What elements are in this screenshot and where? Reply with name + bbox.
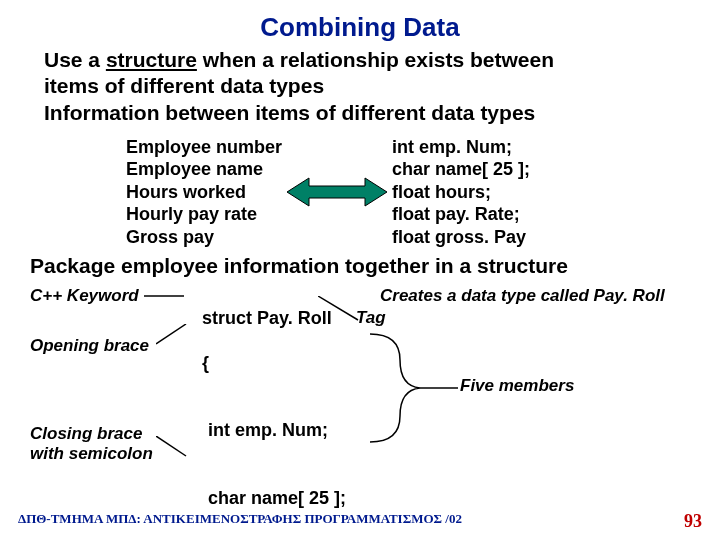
struct-diagram: struct Pay. Roll { int emp. Num; char na…: [0, 284, 720, 484]
right-r2: char name[ 25 ];: [392, 158, 530, 181]
page-number: 93: [684, 511, 702, 532]
code-column: int emp. Num; char name[ 25 ]; float hou…: [392, 136, 530, 249]
struct-open-brace: {: [202, 353, 209, 373]
svg-line-2: [318, 296, 358, 320]
right-r4: float pay. Rate;: [392, 203, 530, 226]
intro-l1c: when a relationship exists between: [197, 48, 554, 71]
left-r5: Gross pay: [126, 226, 282, 249]
line-open: [156, 324, 190, 348]
slide-title: Combining Data: [0, 0, 720, 43]
right-r1: int emp. Num;: [392, 136, 530, 159]
two-column-block: Employee number Employee name Hours work…: [0, 136, 720, 249]
footer: ΔΠΘ-ΤΜΗΜΑ ΜΠΔ: ΑΝΤΙΚΕΙΜΕΝΟΣΤΡΑΦΗΣ ΠΡΟΓΡΑ…: [18, 511, 702, 532]
left-r4: Hourly pay rate: [126, 203, 282, 226]
ann-five-members: Five members: [460, 376, 574, 396]
right-r5: float gross. Pay: [392, 226, 530, 249]
right-r3: float hours;: [392, 181, 530, 204]
ann-closing-brace-1: Closing brace: [30, 424, 142, 444]
brace-members-icon: [360, 330, 460, 450]
svg-marker-0: [287, 178, 387, 206]
intro-structure-word: structure: [106, 48, 197, 71]
left-r3: Hours worked: [126, 181, 282, 204]
intro-l1a: Use a: [44, 48, 106, 71]
package-line: Package employee information together in…: [30, 254, 690, 278]
svg-line-3: [156, 324, 186, 344]
left-r1: Employee number: [126, 136, 282, 159]
struct-m2: char name[ 25 ];: [182, 487, 348, 510]
intro-text: Use a structure when a relationship exis…: [44, 47, 676, 126]
ann-cpp-keyword: C++ Keyword: [30, 286, 139, 306]
struct-keyword-line: struct Pay. Roll: [202, 308, 332, 328]
intro-l3: Information between items of different d…: [44, 100, 676, 126]
ann-creates-type: Creates a data type called Pay. Roll: [380, 286, 665, 306]
double-arrow-icon: [282, 136, 392, 249]
ann-closing-brace-2: with semicolon: [30, 444, 153, 464]
english-column: Employee number Employee name Hours work…: [126, 136, 282, 249]
struct-m1: int emp. Num;: [182, 419, 348, 442]
line-keyword: [144, 294, 184, 298]
footer-text: ΔΠΘ-ΤΜΗΜΑ ΜΠΔ: ΑΝΤΙΚΕΙΜΕΝΟΣΤΡΑΦΗΣ ΠΡΟΓΡΑ…: [18, 511, 462, 532]
line-tag: [318, 296, 378, 326]
line-close: [156, 436, 190, 460]
left-r2: Employee name: [126, 158, 282, 181]
svg-line-4: [156, 436, 186, 456]
intro-l2: items of different data types: [44, 73, 676, 99]
ann-opening-brace: Opening brace: [30, 336, 149, 356]
